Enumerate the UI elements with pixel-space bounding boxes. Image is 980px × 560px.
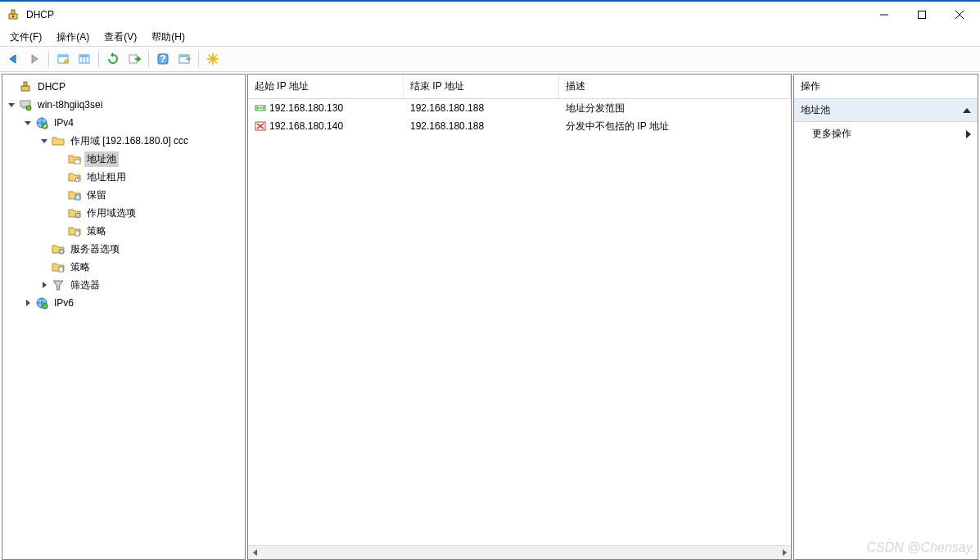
tree-root[interactable]: DHCP: [2, 78, 245, 96]
folder-icon: [68, 224, 81, 237]
svg-rect-1: [11, 10, 15, 14]
svg-rect-32: [75, 195, 80, 200]
scroll-left-icon[interactable]: [248, 546, 262, 560]
h-scrollbar[interactable]: [248, 545, 791, 559]
tree-address-pool[interactable]: 地址池: [2, 150, 245, 168]
cell-start: 192.168.180.140: [269, 120, 343, 132]
tree-server-options[interactable]: 服务器选项: [2, 240, 245, 258]
list-pane: 起始 IP 地址 结束 IP 地址 描述 192.168.180.130 192…: [247, 74, 792, 560]
svg-point-2: [12, 15, 14, 16]
svg-rect-8: [58, 55, 68, 57]
tree-filters[interactable]: 筛选器: [2, 276, 245, 294]
menu-file[interactable]: 文件(F): [5, 29, 47, 46]
cell-start: 192.168.180.130: [269, 102, 343, 114]
folder-icon: [52, 242, 65, 255]
cell-end: 192.168.180.188: [410, 102, 484, 114]
folder-icon: [68, 152, 81, 165]
tree-ipv4[interactable]: IPv4: [2, 114, 245, 132]
tree-policies[interactable]: 策略: [2, 222, 245, 240]
folder-icon: [68, 206, 81, 219]
exclude-icon: [255, 120, 266, 132]
list-row[interactable]: 192.168.180.140 192.168.180.188 分发中不包括的 …: [248, 117, 791, 135]
svg-text:?: ?: [160, 53, 165, 65]
range-icon: [255, 102, 266, 114]
svg-rect-30: [75, 160, 80, 164]
folder-icon: [68, 188, 81, 201]
close-button[interactable]: [941, 2, 978, 27]
svg-point-38: [43, 304, 47, 309]
dhcp-icon: [19, 80, 32, 93]
columns-icon[interactable]: [75, 49, 94, 69]
tree-leases[interactable]: 地址租用: [2, 168, 245, 186]
col-start[interactable]: 起始 IP 地址: [248, 75, 404, 98]
col-desc[interactable]: 描述: [559, 75, 791, 98]
actions-title: 操作: [794, 75, 978, 99]
window-title: DHCP: [26, 9, 865, 20]
svg-point-33: [75, 213, 80, 218]
menu-action[interactable]: 操作(A): [52, 29, 94, 46]
help-icon[interactable]: ?: [153, 49, 173, 69]
svg-rect-4: [919, 11, 926, 18]
new-window-icon[interactable]: [53, 49, 73, 69]
ipv6-icon: [35, 296, 48, 309]
actions-pane: 操作 地址池 更多操作: [793, 74, 978, 560]
folder-icon: [52, 260, 65, 273]
svg-point-27: [26, 106, 31, 111]
back-button[interactable]: [3, 49, 23, 69]
toolbar: ?: [0, 46, 980, 72]
svg-rect-24: [24, 82, 27, 86]
export-icon[interactable]: [124, 49, 144, 69]
tree-pane: DHCP win-t8hgiiq3sei IPv4 作用域 [192.168.1…: [2, 74, 246, 560]
svg-rect-11: [79, 55, 89, 57]
tree-server[interactable]: win-t8hgiiq3sei: [2, 96, 245, 114]
server-icon: [19, 98, 32, 111]
cell-desc: 分发中不包括的 IP 地址: [566, 120, 669, 133]
submenu-icon: [966, 130, 971, 138]
tree-scope-options[interactable]: 作用域选项: [2, 204, 245, 222]
star-icon[interactable]: [203, 49, 223, 69]
tree-ipv6[interactable]: IPv6: [2, 294, 245, 312]
app-icon: [7, 8, 20, 21]
svg-rect-23: [21, 86, 29, 91]
list-row[interactable]: 192.168.180.130 192.168.180.188 地址分发范围: [248, 99, 791, 117]
menu-help[interactable]: 帮助(H): [147, 29, 190, 46]
properties-icon[interactable]: [174, 49, 194, 69]
expand-icon[interactable]: [22, 297, 34, 309]
svg-rect-18: [179, 55, 189, 57]
svg-rect-34: [75, 231, 79, 236]
collapse-icon[interactable]: [22, 117, 34, 129]
tree-policies2[interactable]: 策略: [2, 258, 245, 276]
collapse-icon[interactable]: [38, 135, 50, 147]
actions-section[interactable]: 地址池: [794, 99, 978, 122]
svg-point-9: [65, 60, 68, 63]
svg-point-35: [59, 249, 64, 254]
folder-icon: [68, 170, 81, 183]
refresh-icon[interactable]: [103, 49, 123, 69]
tree-reservations[interactable]: 保留: [2, 186, 245, 204]
menu-view[interactable]: 查看(V): [99, 29, 142, 46]
filter-icon: [52, 278, 65, 291]
folder-icon: [52, 134, 65, 147]
menu-bar: 文件(F) 操作(A) 查看(V) 帮助(H): [0, 28, 980, 46]
list-header: 起始 IP 地址 结束 IP 地址 描述: [248, 75, 791, 99]
collapse-icon: [963, 108, 971, 113]
ipv4-icon: [35, 116, 48, 129]
actions-more[interactable]: 更多操作: [794, 122, 978, 146]
cell-desc: 地址分发范围: [566, 102, 625, 115]
forward-button[interactable]: [25, 49, 44, 69]
expand-icon[interactable]: [38, 279, 50, 291]
collapse-icon[interactable]: [6, 99, 17, 111]
scroll-right-icon[interactable]: [777, 546, 791, 560]
col-end[interactable]: 结束 IP 地址: [404, 75, 559, 98]
cell-end: 192.168.180.188: [410, 120, 484, 132]
svg-rect-36: [59, 267, 63, 272]
tree-scope[interactable]: 作用域 [192.168.180.0] ccc: [2, 132, 245, 150]
title-bar: DHCP: [0, 2, 980, 28]
maximize-button[interactable]: [903, 2, 941, 27]
minimize-button[interactable]: [865, 2, 903, 27]
